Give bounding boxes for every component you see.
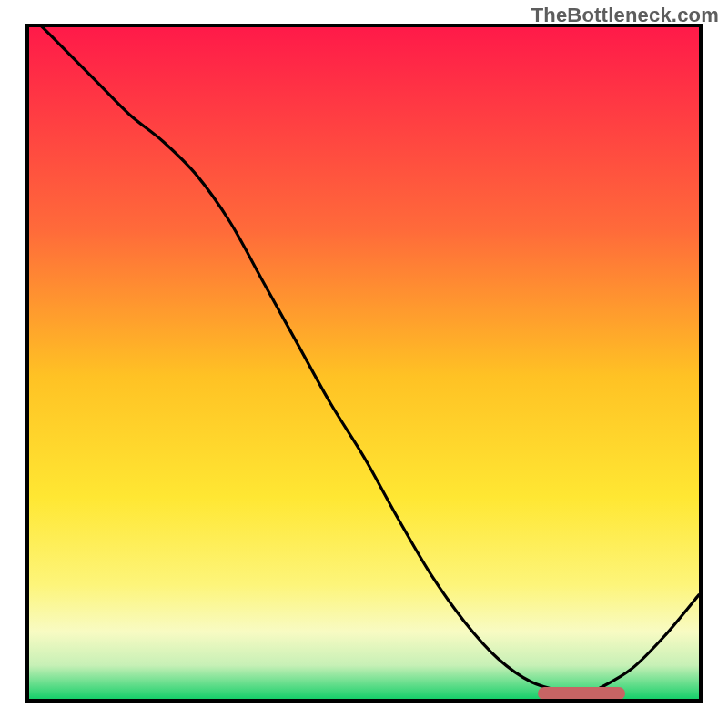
chart-line-series xyxy=(29,27,699,699)
chart-minimum-marker xyxy=(538,687,625,700)
chart-plot-area xyxy=(25,24,703,703)
chart-line-path xyxy=(29,27,699,695)
